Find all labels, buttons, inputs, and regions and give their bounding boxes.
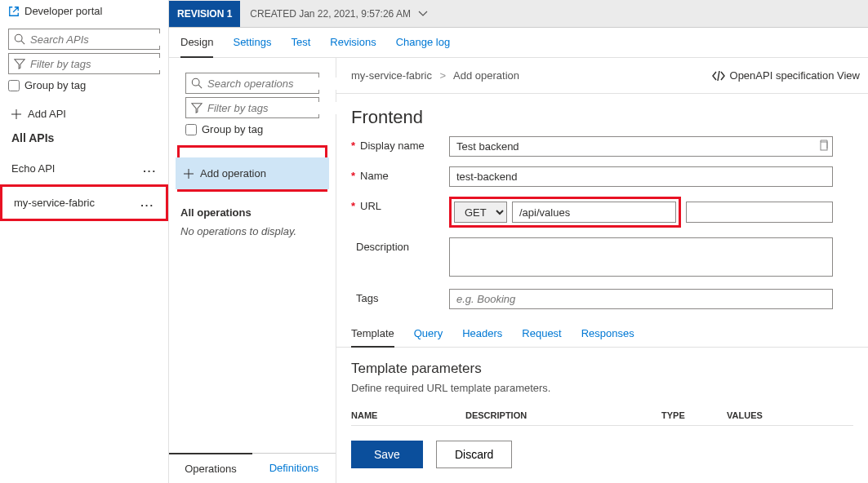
description-label: Description [356, 241, 409, 253]
search-operations[interactable] [185, 73, 319, 94]
breadcrumb: my-service-fabric > Add operation [351, 69, 519, 82]
template-parameters-table: NAME DESCRIPTION TYPE VALUES [351, 405, 853, 426]
add-api-label: Add API [28, 108, 66, 120]
copy-icon[interactable] [818, 140, 828, 153]
stab-headers[interactable]: Headers [462, 327, 502, 347]
group-by-tag-ops[interactable]: Group by tag [185, 123, 319, 135]
all-apis-heading: All APIs [11, 131, 157, 144]
api-item-echo[interactable]: Echo API ... [0, 153, 168, 184]
search-icon [191, 78, 203, 89]
search-apis[interactable] [8, 29, 160, 50]
search-apis-input[interactable] [30, 33, 168, 46]
name-label: Name [360, 170, 389, 182]
api-item-label: my-service-fabric [14, 197, 95, 209]
developer-portal-link[interactable]: Developer portal [0, 0, 168, 25]
tags-label: Tags [356, 292, 378, 304]
stab-template[interactable]: Template [351, 327, 394, 348]
group-by-tag-apis-checkbox[interactable] [8, 80, 20, 91]
required-asterisk: * [351, 170, 355, 182]
tab-design[interactable]: Design [180, 36, 213, 58]
stab-query[interactable]: Query [414, 327, 443, 347]
developer-portal-label: Developer portal [24, 5, 102, 17]
group-by-tag-ops-checkbox[interactable] [185, 124, 197, 135]
tags-input[interactable] [449, 289, 833, 309]
description-textarea[interactable] [449, 237, 833, 277]
chevron-down-icon [418, 11, 428, 17]
tab-operations[interactable]: Operations [169, 453, 252, 483]
search-icon [14, 33, 25, 45]
external-link-icon [8, 6, 20, 17]
required-asterisk: * [351, 200, 355, 212]
code-icon [712, 70, 725, 82]
no-operations-text: No operations to display. [180, 225, 324, 237]
breadcrumb-api[interactable]: my-service-fabric [351, 69, 432, 82]
col-values: VALUES [727, 410, 808, 420]
filter-icon [191, 102, 203, 113]
openapi-spec-view-label: OpenAPI specification View [730, 69, 860, 82]
mid-bottom-tabs: Operations Definitions [169, 453, 336, 483]
required-asterisk: * [351, 140, 355, 152]
frontend-sub-tabs: Template Query Headers Request Responses [336, 324, 868, 348]
url-path-input[interactable] [512, 202, 676, 223]
plus-icon [184, 169, 194, 179]
svg-point-1 [192, 78, 199, 86]
template-parameters-heading: Template parameters [351, 361, 853, 377]
col-name: NAME [351, 410, 465, 420]
api-item-label: Echo API [11, 162, 55, 175]
filter-tags-apis[interactable] [8, 53, 160, 74]
tab-definitions[interactable]: Definitions [252, 454, 336, 483]
group-by-tag-apis-label: Group by tag [24, 79, 86, 91]
api-item-my-service-fabric[interactable]: my-service-fabric ... [0, 184, 168, 221]
group-by-tag-apis[interactable]: Group by tag [8, 79, 160, 91]
col-type: TYPE [661, 410, 727, 420]
group-by-tag-ops-label: Group by tag [202, 123, 263, 135]
breadcrumb-current: Add operation [453, 69, 519, 82]
add-operation-button[interactable]: Add operation [176, 157, 329, 189]
stab-responses[interactable]: Responses [581, 327, 634, 347]
method-select[interactable]: GET [454, 202, 507, 223]
openapi-spec-view[interactable]: OpenAPI specification View [712, 69, 860, 82]
frontend-heading: Frontend [351, 107, 853, 128]
display-name-label: Display name [360, 140, 425, 152]
col-description: DESCRIPTION [465, 410, 661, 420]
add-operation-label: Add operation [200, 167, 266, 179]
filter-tags-ops[interactable] [185, 97, 319, 118]
more-icon[interactable]: ... [143, 162, 157, 175]
plus-icon [11, 109, 21, 119]
save-button[interactable]: Save [351, 441, 423, 468]
revision-badge[interactable]: REVISION 1 [169, 1, 240, 27]
tab-test[interactable]: Test [291, 36, 310, 57]
filter-tags-ops-input[interactable] [207, 102, 345, 114]
all-operations-heading: All operations [180, 206, 324, 219]
name-input[interactable] [449, 166, 833, 187]
tab-settings[interactable]: Settings [233, 36, 271, 57]
display-name-input[interactable] [449, 136, 833, 157]
more-icon[interactable]: ... [140, 197, 154, 209]
discard-button[interactable]: Discard [436, 441, 512, 468]
main-tabs: Design Settings Test Revisions Change lo… [169, 28, 868, 58]
url-label: URL [360, 200, 381, 212]
add-api-button[interactable]: Add API [11, 108, 160, 120]
search-operations-input[interactable] [207, 78, 345, 90]
filter-icon [14, 58, 25, 69]
tab-revisions[interactable]: Revisions [330, 36, 376, 57]
template-parameters-desc: Define required URL template parameters. [351, 382, 853, 394]
svg-rect-2 [821, 142, 827, 150]
svg-point-0 [15, 34, 22, 42]
tab-changelog[interactable]: Change log [396, 36, 451, 57]
stab-request[interactable]: Request [522, 327, 561, 347]
url-rest-input[interactable] [686, 202, 833, 223]
revision-created[interactable]: CREATED Jan 22, 2021, 9:57:26 AM [240, 8, 438, 20]
revision-bar: REVISION 1 CREATED Jan 22, 2021, 9:57:26… [169, 0, 868, 28]
filter-tags-apis-input[interactable] [30, 58, 168, 70]
